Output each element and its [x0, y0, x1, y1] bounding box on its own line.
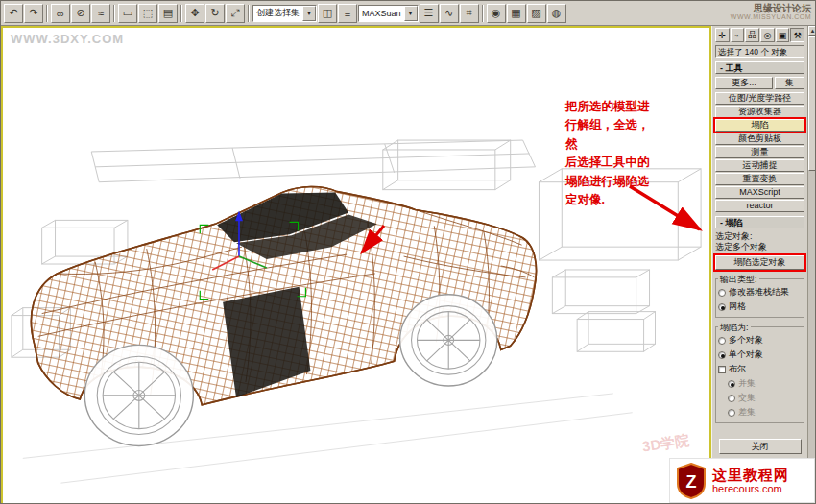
scrollbar-thumb[interactable]: [808, 36, 816, 171]
toolbar-separator: [180, 5, 182, 22]
rollout-tools[interactable]: - 工具: [715, 61, 804, 74]
reset-xform-button[interactable]: 重置变换: [715, 173, 804, 185]
color-clipboard-button[interactable]: 颜色剪贴板: [715, 132, 804, 145]
select-region-icon[interactable]: ⬚: [138, 4, 157, 23]
named-selection-set-value: 创建选择集: [253, 7, 302, 19]
boolean-label: 布尔: [729, 363, 746, 375]
radio-label: 交集: [738, 392, 756, 404]
mirror-icon[interactable]: ◫: [318, 4, 337, 23]
collapse-selected-button[interactable]: 塌陷选定对象: [715, 255, 804, 270]
radio-single-object[interactable]: [718, 351, 726, 359]
measure-button[interactable]: 测量: [715, 146, 804, 158]
output-type-label: 输出类型:: [718, 274, 759, 286]
more-button[interactable]: 更多...: [715, 77, 773, 89]
chevron-down-icon[interactable]: ▼: [404, 6, 418, 21]
bind-to-space-warp-icon[interactable]: ≈: [91, 4, 110, 23]
asset-collector-button[interactable]: 资源收集器: [715, 106, 804, 118]
material-editor-icon[interactable]: ◉: [487, 4, 506, 23]
radio-subtraction[interactable]: [728, 409, 735, 417]
main-toolbar: ↶ ↷ ∞ ⊘ ≈ ▭ ⬚ ▤ ✥ ↻ ⤢ 创建选择集 ▼ ◫ ≡ MAXSua…: [1, 1, 816, 26]
motion-tab-icon[interactable]: ◎: [760, 28, 775, 42]
render-setup-icon[interactable]: ▦: [507, 4, 526, 23]
collapse-utility-button[interactable]: 塌陷: [715, 119, 804, 132]
close-button[interactable]: 关闭: [719, 439, 802, 454]
boolean-checkbox[interactable]: [718, 366, 726, 373]
select-by-name-icon[interactable]: ▤: [158, 4, 178, 23]
scroll-up-icon[interactable]: ▲: [808, 26, 816, 36]
tutorial-site-logo[interactable]: Z 这里教程网 herecours.com: [669, 458, 815, 503]
site-name: 思缘设计论坛: [731, 3, 811, 13]
render-frame-icon[interactable]: ▨: [527, 4, 546, 23]
output-type-group: 输出类型: 修改器堆栈结果 网格: [715, 278, 804, 318]
bitmap-photometric-paths-button[interactable]: 位图/光度学路径: [715, 92, 804, 105]
radio-label: 网格: [729, 300, 746, 313]
viewport-watermark: WWW.3DXY.COM: [11, 32, 124, 46]
z-shield-icon: Z: [676, 463, 707, 499]
command-panel-tabs: ✛ ⌁ 品 ◎ ▣ ⚒: [715, 28, 804, 42]
undo-icon[interactable]: ↶: [4, 4, 23, 23]
select-object-icon[interactable]: ▭: [118, 4, 137, 23]
toolbar-separator: [482, 5, 484, 22]
chevron-down-icon[interactable]: ▼: [302, 6, 316, 21]
radio-label: 差集: [738, 406, 756, 419]
select-and-link-icon[interactable]: ∞: [51, 4, 70, 23]
coordinate-system-value: MAXSuan: [359, 9, 404, 18]
collapse-to-group: 塌陷为: 多个对象 单个对象 布尔 并集 交集: [715, 326, 804, 423]
align-icon[interactable]: ≡: [338, 4, 357, 23]
unlink-selection-icon[interactable]: ⊘: [71, 4, 90, 23]
quick-render-icon[interactable]: ◍: [547, 4, 566, 23]
select-and-rotate-icon[interactable]: ↻: [205, 4, 225, 23]
svg-text:Z: Z: [686, 472, 697, 492]
layer-manager-icon[interactable]: ☰: [420, 4, 439, 23]
hierarchy-tab-icon[interactable]: 品: [745, 28, 759, 42]
rear-wheel: [400, 295, 497, 386]
toolbar-separator: [248, 5, 250, 22]
panel-scrollbar[interactable]: ▲ ▼: [807, 26, 816, 504]
schematic-view-icon[interactable]: ⌗: [460, 4, 479, 23]
radio-intersection[interactable]: [728, 395, 735, 402]
radio-mesh[interactable]: [718, 303, 726, 311]
max-window: ↶ ↷ ∞ ⊘ ≈ ▭ ⬚ ▤ ✥ ↻ ⤢ 创建选择集 ▼ ◫ ≡ MAXSua…: [0, 0, 816, 504]
utilities-tab-icon[interactable]: ⚒: [790, 28, 804, 42]
site-url: WWW.MISSYUAN.COM: [731, 13, 811, 21]
radio-label: 并集: [738, 377, 756, 390]
coordinate-system-combo[interactable]: MAXSuan ▼: [358, 5, 419, 22]
reactor-button[interactable]: reactor: [715, 200, 804, 212]
utility-button-stack: 位图/光度学路径 资源收集器 塌陷 颜色剪贴板 测量 运动捕捉 重置变换 MAX…: [715, 92, 804, 212]
radio-union[interactable]: [728, 380, 735, 388]
select-and-move-icon[interactable]: ✥: [185, 4, 204, 23]
logo-url: herecours.com: [712, 483, 789, 495]
selection-status: 选择了 140 个 对象: [715, 45, 804, 58]
radio-modifier-stack-result[interactable]: [718, 289, 726, 297]
selected-objects-value: 选定多个对象: [715, 242, 804, 252]
create-tab-icon[interactable]: ✛: [715, 28, 730, 42]
front-wheel: [84, 345, 193, 445]
named-selection-set-combo[interactable]: 创建选择集 ▼: [252, 5, 317, 22]
logo-title: 这里教程网: [712, 467, 789, 483]
radio-label: 多个对象: [729, 334, 763, 347]
toolbar-separator: [46, 5, 48, 22]
radio-label: 修改器堆栈结果: [729, 286, 789, 299]
command-panel: ✛ ⌁ 品 ◎ ▣ ⚒ 选择了 140 个 对象 - 工具 更多... 集 位图…: [711, 26, 807, 504]
toolbar-separator: [113, 5, 115, 22]
tutorial-annotation: 把所选的模型进 行解组，全选，然 后选择工具中的 塌陷进行塌陷选 定对像.: [565, 98, 658, 209]
display-tab-icon[interactable]: ▣: [776, 28, 790, 42]
motion-capture-button[interactable]: 运动捕捉: [715, 159, 804, 172]
selected-objects-label: 选定对象:: [715, 231, 804, 242]
radio-multiple-objects[interactable]: [718, 337, 726, 345]
curve-editor-icon[interactable]: ∿: [440, 4, 459, 23]
sets-button[interactable]: 集: [775, 77, 804, 89]
maxscript-button[interactable]: MAXScript: [715, 186, 804, 199]
site-credit: 思缘设计论坛 WWW.MISSYUAN.COM: [731, 3, 811, 21]
select-and-scale-icon[interactable]: ⤢: [226, 4, 245, 23]
rollout-collapse[interactable]: - 塌陷: [715, 216, 804, 228]
collapse-to-label: 塌陷为:: [718, 322, 751, 334]
redo-icon[interactable]: ↷: [24, 4, 43, 23]
modify-tab-icon[interactable]: ⌁: [731, 28, 745, 42]
radio-label: 单个对象: [729, 348, 763, 361]
